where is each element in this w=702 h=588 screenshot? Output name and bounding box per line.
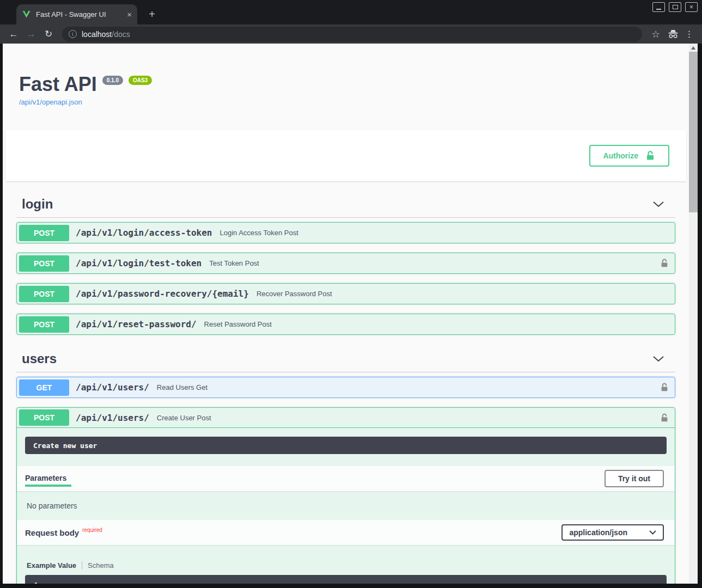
tag-header-users[interactable]: users: [16, 347, 675, 372]
url-host: localhost: [82, 30, 112, 39]
openapi-spec-link[interactable]: /api/v1/openapi.json: [19, 98, 82, 106]
tag-sections: login POST /api/v1/login/access-token Lo…: [3, 192, 689, 584]
bookmark-star-icon[interactable]: ☆: [648, 28, 664, 40]
operation-path: /api/v1/password-recovery/{email}: [76, 289, 249, 299]
request-body-label: Request body: [25, 528, 79, 537]
parameters-header: Parameters Try it out: [17, 466, 675, 491]
operations-users: GET /api/v1/users/ Read Users Get: [16, 377, 675, 584]
swagger-ui: Fast API 0.1.0 OAS3 /api/v1/openapi.json…: [3, 44, 689, 584]
method-badge: GET: [19, 379, 69, 396]
method-badge: POST: [19, 316, 69, 333]
example-value-tab[interactable]: Example Value: [27, 561, 76, 569]
request-body-header: Request body required application/json: [17, 520, 675, 545]
operation-summary: Create User Post: [157, 414, 211, 422]
authorize-label: Authorize: [603, 151, 638, 160]
chevron-down-icon: [649, 530, 656, 535]
method-badge: POST: [19, 255, 69, 272]
operation-path: /api/v1/login/test-token: [76, 258, 202, 268]
address-bar[interactable]: i localhost/docs: [62, 27, 642, 42]
operation-description: Create new user: [25, 437, 667, 454]
site-info-icon[interactable]: i: [69, 30, 77, 38]
operation-row[interactable]: POST /api/v1/login/test-token Test Token…: [17, 253, 675, 273]
operation-path: /api/v1/reset-password/: [76, 319, 197, 329]
minimize-icon: [656, 9, 661, 10]
browser-tab[interactable]: Fast API - Swagger UI ×: [16, 4, 137, 24]
new-tab-button[interactable]: +: [145, 7, 159, 21]
media-type-select[interactable]: application/json: [561, 524, 664, 541]
operation-row[interactable]: POST /api/v1/login/access-token Login Ac…: [17, 223, 675, 243]
method-badge: POST: [19, 286, 69, 302]
operation-summary: Recover Password Post: [257, 290, 332, 298]
tab-divider: [82, 561, 82, 569]
incognito-icon[interactable]: [665, 29, 681, 39]
scroll-up-icon: [691, 46, 695, 50]
method-badge: POST: [19, 409, 69, 426]
tag-header-login[interactable]: login: [16, 192, 675, 218]
page-title: Fast API 0.1.0 OAS3: [19, 74, 675, 95]
opblock-login-test-token: POST /api/v1/login/test-token Test Token…: [16, 253, 675, 274]
browser-toolbar: ← → ↻ i localhost/docs ☆ ⋮: [0, 24, 702, 44]
no-parameters-text: No parameters: [17, 491, 675, 520]
request-body-label-group: Request body required: [25, 528, 102, 541]
close-button[interactable]: ×: [685, 2, 698, 12]
maximize-button[interactable]: [669, 2, 681, 12]
tab-title: Fast API - Swagger UI: [36, 10, 122, 19]
method-badge: POST: [19, 225, 69, 241]
operation-path: /api/v1/users/: [76, 382, 149, 393]
operation-row[interactable]: GET /api/v1/users/ Read Users Get: [17, 377, 675, 397]
example-schema-tabs: Example Value Schema: [27, 561, 675, 569]
operation-path: /api/v1/login/access-token: [76, 228, 212, 238]
auth-lock-button[interactable]: [660, 413, 669, 423]
back-button[interactable]: ←: [5, 27, 22, 42]
opblock-create-user: POST /api/v1/users/ Create User Post: [16, 407, 675, 584]
window-controls: ×: [652, 2, 698, 12]
maximize-icon: [673, 5, 678, 9]
url-path: /docs: [112, 30, 130, 39]
operation-summary: Login Access Token Post: [219, 229, 298, 237]
tag-name: users: [22, 351, 57, 366]
chevron-down-icon: [652, 356, 664, 362]
unlock-icon: [660, 382, 669, 393]
operation-row[interactable]: POST /api/v1/reset-password/ Reset Passw…: [17, 314, 675, 334]
scrollbar-thumb[interactable]: [689, 52, 698, 212]
unlock-icon: [660, 413, 669, 423]
forward-button[interactable]: →: [23, 27, 39, 42]
favicon-vite-icon: [22, 10, 31, 19]
code-line: {: [33, 581, 38, 584]
operations-login: POST /api/v1/login/access-token Login Ac…: [16, 222, 675, 335]
operation-row[interactable]: POST /api/v1/users/ Create User Post: [17, 408, 675, 428]
opblock-reset-password: POST /api/v1/reset-password/ Reset Passw…: [16, 314, 675, 335]
opblock-login-access-token: POST /api/v1/login/access-token Login Ac…: [16, 222, 675, 243]
schema-tab[interactable]: Schema: [88, 561, 114, 569]
media-type-value: application/json: [569, 528, 627, 537]
auth-lock-button[interactable]: [660, 258, 669, 268]
chevron-down-icon: [652, 201, 664, 207]
operation-body: Create new user Parameters Try it out No…: [17, 437, 675, 584]
reload-button[interactable]: ↻: [40, 27, 57, 42]
page-scrollbar[interactable]: [689, 44, 698, 584]
tab-close-icon[interactable]: ×: [127, 10, 132, 19]
auth-lock-button[interactable]: [660, 382, 669, 393]
scheme-container: Authorize: [5, 130, 686, 181]
browser-titlebar: Fast API - Swagger UI × + ×: [0, 0, 702, 24]
authorize-button[interactable]: Authorize: [589, 145, 669, 167]
example-code-block: {: [25, 575, 667, 584]
operation-summary: Reset Password Post: [204, 320, 272, 328]
url-text: localhost/docs: [82, 30, 130, 39]
operation-summary: Test Token Post: [209, 259, 259, 267]
operation-row[interactable]: POST /api/v1/password-recovery/{email} R…: [17, 284, 675, 304]
version-badge: 0.1.0: [102, 76, 123, 85]
required-label: required: [82, 527, 102, 533]
oas-badge: OAS3: [129, 76, 152, 85]
parameters-tab[interactable]: Parameters: [25, 474, 66, 487]
scrollbar-up-button[interactable]: [689, 44, 698, 52]
try-it-out-button[interactable]: Try it out: [605, 470, 664, 487]
api-title: Fast API: [19, 74, 97, 95]
api-info: Fast API 0.1.0 OAS3 /api/v1/openapi.json: [3, 44, 689, 107]
tag-name: login: [22, 197, 53, 212]
browser-window: Fast API - Swagger UI × + × ← → ↻ i loca…: [0, 0, 702, 588]
minimize-button[interactable]: [652, 2, 665, 12]
description-text: Create new user: [33, 442, 97, 450]
page-viewport: Fast API 0.1.0 OAS3 /api/v1/openapi.json…: [3, 44, 689, 584]
browser-menu-button[interactable]: ⋮: [682, 29, 697, 39]
